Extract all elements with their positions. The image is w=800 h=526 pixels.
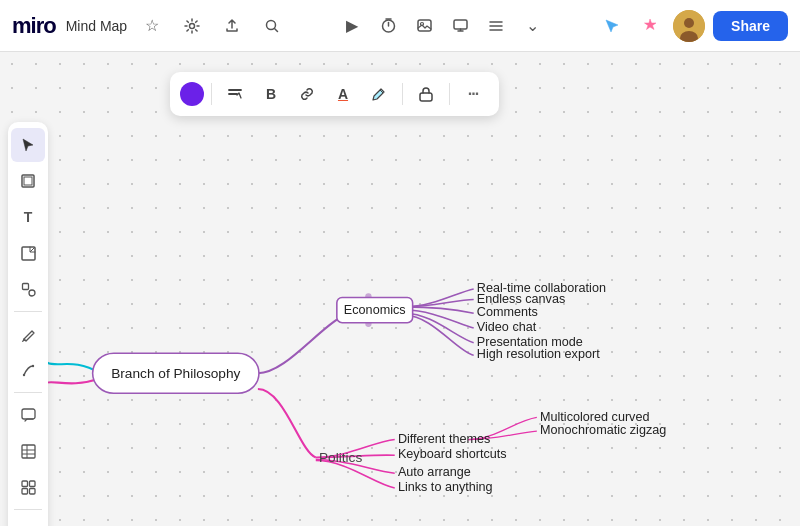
svg-rect-19 bbox=[29, 481, 35, 487]
svg-point-13 bbox=[29, 290, 35, 296]
pen-tool[interactable] bbox=[11, 317, 45, 351]
canvas: T bbox=[0, 52, 800, 526]
link-button[interactable] bbox=[291, 78, 323, 110]
settings-button[interactable] bbox=[177, 11, 207, 41]
svg-rect-20 bbox=[22, 488, 28, 494]
board-name: Mind Map bbox=[66, 18, 127, 34]
table-tool[interactable] bbox=[11, 434, 45, 468]
toolbar-separator-1 bbox=[211, 83, 212, 105]
screen-button[interactable] bbox=[445, 11, 475, 41]
select-tool[interactable] bbox=[11, 128, 45, 162]
svg-text:Politics: Politics bbox=[319, 450, 362, 465]
left-toolbar: T bbox=[8, 122, 48, 526]
svg-rect-17 bbox=[22, 445, 35, 458]
svg-text:Comments: Comments bbox=[477, 305, 538, 319]
svg-rect-12 bbox=[22, 283, 28, 289]
menu-button[interactable] bbox=[481, 11, 511, 41]
export-button[interactable] bbox=[217, 11, 247, 41]
magic-button[interactable] bbox=[635, 11, 665, 41]
text-color-button[interactable]: A bbox=[327, 78, 359, 110]
svg-text:Economics: Economics bbox=[344, 303, 406, 317]
bold-button[interactable]: B bbox=[255, 78, 287, 110]
mindmap-svg: Real-time collaboration Endless canvas C… bbox=[0, 52, 800, 526]
frame-tool[interactable] bbox=[11, 164, 45, 198]
svg-text:High resolution export: High resolution export bbox=[477, 347, 600, 361]
topbar-center: ▶ ⌄ bbox=[337, 11, 547, 41]
arc-tool[interactable] bbox=[11, 353, 45, 387]
svg-rect-22 bbox=[420, 93, 432, 101]
cursor-share-button[interactable] bbox=[597, 11, 627, 41]
svg-text:Keyboard shortcuts: Keyboard shortcuts bbox=[398, 447, 507, 461]
floating-toolbar: B A ··· bbox=[170, 72, 499, 116]
svg-text:Multicolored curved: Multicolored curved bbox=[540, 410, 649, 424]
svg-rect-10 bbox=[24, 177, 32, 185]
svg-text:Endless canvas: Endless canvas bbox=[477, 292, 565, 306]
more-center-button[interactable]: ⌄ bbox=[517, 11, 547, 41]
toolbar-separator-3 bbox=[449, 83, 450, 105]
avatar[interactable] bbox=[673, 10, 705, 42]
image-button[interactable] bbox=[409, 11, 439, 41]
svg-rect-16 bbox=[22, 409, 35, 419]
highlight-button[interactable] bbox=[363, 78, 395, 110]
topbar: miro Mind Map ☆ ▶ bbox=[0, 0, 800, 52]
svg-text:Branch of  Philosophy: Branch of Philosophy bbox=[111, 366, 240, 381]
topbar-right: Share bbox=[597, 10, 788, 42]
svg-text:Links to anything: Links to anything bbox=[398, 480, 493, 494]
shapes-tool[interactable] bbox=[11, 272, 45, 306]
nav-arrow-button[interactable]: ▶ bbox=[337, 11, 367, 41]
svg-point-15 bbox=[31, 364, 33, 366]
svg-point-14 bbox=[22, 373, 24, 375]
svg-text:Video chat: Video chat bbox=[477, 320, 537, 334]
format-button[interactable] bbox=[219, 78, 251, 110]
topbar-left: miro Mind Map ☆ bbox=[12, 11, 287, 41]
sticky-tool[interactable] bbox=[11, 236, 45, 270]
color-picker-button[interactable] bbox=[180, 82, 204, 106]
svg-text:Auto arrange: Auto arrange bbox=[398, 465, 471, 479]
text-tool[interactable]: T bbox=[11, 200, 45, 234]
star-button[interactable]: ☆ bbox=[137, 11, 167, 41]
svg-rect-3 bbox=[418, 20, 431, 31]
toolbar-separator-2 bbox=[402, 83, 403, 105]
share-button[interactable]: Share bbox=[713, 11, 788, 41]
miro-logo: miro bbox=[12, 13, 56, 39]
more-tools-button[interactable]: » bbox=[11, 515, 45, 526]
svg-text:Different themes: Different themes bbox=[398, 432, 490, 446]
search-button[interactable] bbox=[257, 11, 287, 41]
svg-rect-21 bbox=[29, 488, 35, 494]
timer-button[interactable] bbox=[373, 11, 403, 41]
svg-rect-18 bbox=[22, 481, 28, 487]
lock-button[interactable] bbox=[410, 78, 442, 110]
svg-rect-5 bbox=[454, 20, 467, 29]
comment-tool[interactable] bbox=[11, 398, 45, 432]
svg-point-7 bbox=[684, 18, 694, 28]
more-options-button[interactable]: ··· bbox=[457, 78, 489, 110]
apps-tool[interactable] bbox=[11, 470, 45, 504]
svg-text:Monochromatic zigzag: Monochromatic zigzag bbox=[540, 423, 666, 437]
svg-point-0 bbox=[190, 23, 195, 28]
